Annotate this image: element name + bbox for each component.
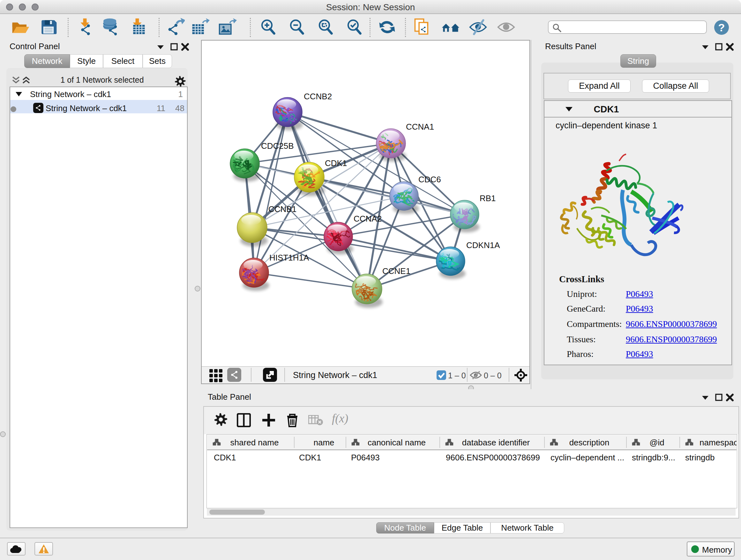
svg-text:CDK1: CDK1 — [214, 453, 236, 462]
svg-text:CDK1: CDK1 — [299, 453, 321, 462]
svg-text:CDC6: CDC6 — [418, 175, 441, 184]
svg-text:CDKN1A: CDKN1A — [466, 240, 500, 250]
svg-text:CCNA1: CCNA1 — [406, 122, 434, 132]
svg-text:database identifier: database identifier — [462, 438, 530, 447]
svg-text:CDC25B: CDC25B — [261, 141, 294, 151]
svg-text:shared name: shared name — [230, 438, 279, 447]
svg-text:namespac: namespac — [699, 438, 737, 447]
svg-text:CDK1: CDK1 — [325, 159, 347, 168]
svg-text:description: description — [569, 438, 610, 447]
svg-text:cyclin–dependent ...: cyclin–dependent ... — [550, 453, 624, 462]
svg-text:RB1: RB1 — [480, 193, 496, 203]
svg-text:stringdb:9...: stringdb:9... — [632, 453, 675, 462]
svg-text:@id: @id — [650, 438, 664, 447]
svg-text:HIST1H1A: HIST1H1A — [269, 253, 309, 262]
svg-text:P06493: P06493 — [351, 453, 380, 462]
svg-text:CCNE1: CCNE1 — [382, 266, 410, 276]
svg-text:name: name — [313, 438, 334, 447]
svg-text:9606.ENSP00000378699: 9606.ENSP00000378699 — [446, 453, 540, 462]
svg-text:CCNB1: CCNB1 — [268, 204, 296, 214]
svg-text:CCNA2: CCNA2 — [354, 214, 382, 224]
svg-text:canonical name: canonical name — [367, 438, 426, 447]
svg-text:stringdb: stringdb — [685, 453, 715, 462]
svg-text:CCNB2: CCNB2 — [304, 91, 332, 101]
